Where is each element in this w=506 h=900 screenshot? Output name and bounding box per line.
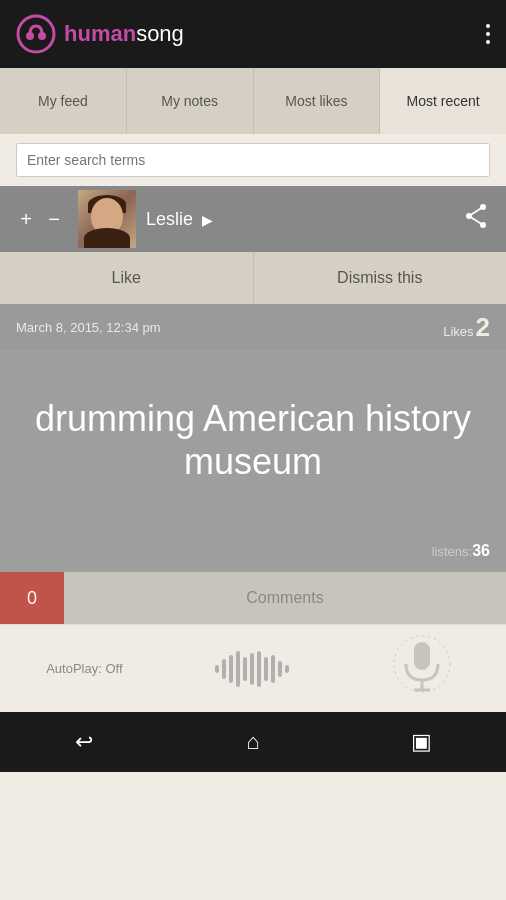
minus-button[interactable]: − [40,205,68,233]
svg-rect-10 [229,655,233,683]
likes-label: Likes [443,324,473,339]
logo-song: song [136,21,184,46]
svg-line-7 [469,216,483,225]
nav-home[interactable]: ⌂ [223,712,283,772]
post-meta: March 8, 2015, 12:34 pm Likes 2 [0,304,506,350]
listens-label: listens: [432,544,472,559]
autoplay-toggle[interactable]: AutoPlay: Off [0,625,169,712]
svg-rect-16 [271,655,275,683]
nav-bar: ↩ ⌂ ▣ [0,712,506,772]
dot2 [486,32,490,36]
svg-point-1 [26,32,34,40]
dot3 [486,40,490,44]
plus-minus-controls: + − [12,205,68,233]
svg-rect-11 [236,651,240,687]
svg-point-0 [18,16,54,52]
like-button[interactable]: Like [0,252,254,304]
bottom-toolbar: AutoPlay: Off [0,624,506,712]
logo-icon [16,14,56,54]
dot1 [486,24,490,28]
svg-rect-9 [222,659,226,679]
mic-icon [392,634,452,704]
recent-icon: ▣ [411,729,432,755]
post-header: + − Leslie ▶ [0,186,506,252]
logo-human: human [64,21,136,46]
mic-button[interactable] [337,625,506,712]
logo-area: humansong [16,14,184,54]
svg-rect-14 [257,651,261,687]
svg-rect-17 [278,661,282,677]
svg-rect-20 [414,642,430,670]
dismiss-button[interactable]: Dismiss this [254,252,507,304]
likes-count: 2 [476,314,490,340]
svg-rect-15 [264,657,268,681]
search-input[interactable] [16,143,490,177]
svg-rect-18 [285,665,289,673]
autoplay-label: AutoPlay: Off [46,661,122,676]
nav-back[interactable]: ↩ [54,712,114,772]
comments-count: 0 [0,572,64,624]
plus-button[interactable]: + [12,205,40,233]
post-title: drumming American history museum [24,397,482,483]
avatar [78,190,136,248]
comments-row: 0 Comments [0,572,506,624]
logo-text: humansong [64,21,184,47]
tab-most-recent[interactable]: Most recent [380,68,506,134]
share-icon [463,203,489,235]
share-button[interactable] [458,201,494,237]
tab-my-notes[interactable]: My notes [127,68,254,134]
username: Leslie ▶ [146,209,448,230]
tab-my-feed[interactable]: My feed [0,68,127,134]
likes-area: Likes 2 [443,314,490,340]
post-card: + − Leslie ▶ [0,186,506,624]
tab-bar: My feed My notes Most likes Most recent [0,68,506,134]
back-icon: ↩ [75,729,93,755]
comments-button[interactable]: Comments [64,572,506,624]
app-header: humansong [0,0,506,68]
tab-most-likes[interactable]: Most likes [254,68,381,134]
listens-row: listens: 36 [0,530,506,572]
nav-recent[interactable]: ▣ [392,712,452,772]
listens-count: 36 [472,542,490,560]
svg-rect-12 [243,657,247,681]
search-bar [0,134,506,186]
play-icon[interactable]: ▶ [202,212,213,228]
action-row: Like Dismiss this [0,252,506,304]
post-content: drumming American history museum [0,350,506,530]
waveform-button[interactable] [169,625,338,712]
svg-line-6 [469,207,483,216]
home-icon: ⌂ [246,729,259,755]
menu-button[interactable] [486,24,490,44]
svg-rect-8 [215,665,219,673]
svg-point-2 [38,32,46,40]
post-date: March 8, 2015, 12:34 pm [16,320,161,335]
waveform-icon [213,647,293,691]
svg-rect-13 [250,653,254,685]
